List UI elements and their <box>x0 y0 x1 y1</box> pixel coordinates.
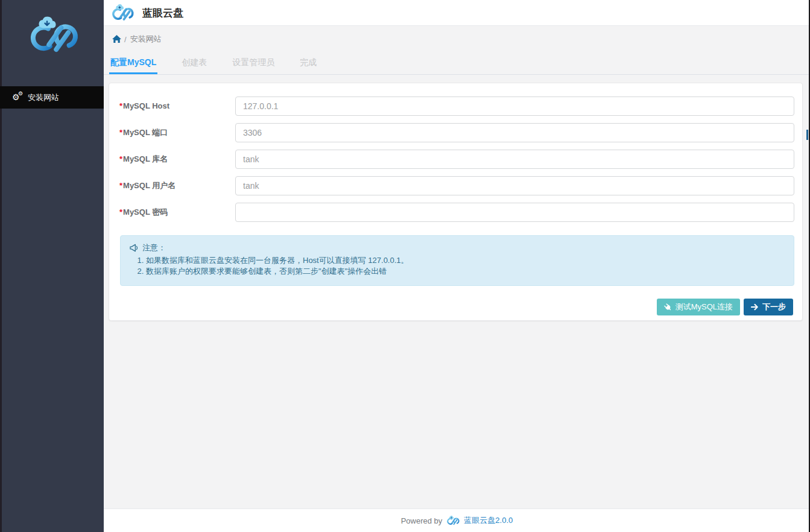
scrollbar-thumb[interactable] <box>806 130 808 140</box>
plug-icon <box>664 303 672 311</box>
tab-finish: 完成 <box>299 57 318 74</box>
mysql-database-input[interactable] <box>235 150 794 169</box>
app-window: ⚙⚙ 安装网站 蓝眼云盘 / 安装网站 配置MySQL 创建表 设置管理员 完成… <box>0 0 810 532</box>
field-label: *MySQL Host <box>119 97 231 116</box>
tab-configure-mysql[interactable]: 配置MySQL <box>109 57 157 74</box>
notice-title-row: 注意： <box>130 242 785 253</box>
required-mark: * <box>119 207 122 217</box>
infinity-cloud-logo <box>24 16 82 54</box>
required-mark: * <box>119 101 122 110</box>
required-mark: * <box>119 154 122 163</box>
app-title: 蓝眼云盘 <box>142 6 183 20</box>
sidebar: ⚙⚙ 安装网站 <box>0 0 104 532</box>
required-mark: * <box>119 128 122 137</box>
mysql-password-input[interactable] <box>235 203 794 222</box>
notice-list: 如果数据库和蓝眼云盘安装在同一台服务器，Host可以直接填写 127.0.0.1… <box>130 255 785 277</box>
form-row-host: *MySQL Host <box>109 97 802 116</box>
main-content: / 安装网站 配置MySQL 创建表 设置管理员 完成 *MySQL Host … <box>104 26 810 532</box>
powered-by-text: Powered by <box>401 516 443 525</box>
field-label: *MySQL 端口 <box>119 123 231 142</box>
form-row-password: *MySQL 密码 <box>109 203 802 222</box>
sidebar-item-label: 安装网站 <box>28 92 59 103</box>
sidebar-item-install-site[interactable]: ⚙⚙ 安装网站 <box>0 86 104 109</box>
infinity-cloud-logo <box>109 4 136 21</box>
breadcrumb: / 安装网站 <box>112 34 162 45</box>
notice-item: 数据库账户的权限要求要能够创建表，否则第二步"创建表"操作会出错 <box>146 266 785 277</box>
next-step-button[interactable]: 下一步 <box>744 299 793 315</box>
field-label: *MySQL 库名 <box>119 150 231 169</box>
mysql-host-input[interactable] <box>235 97 794 116</box>
cogs-icon: ⚙⚙ <box>12 93 24 103</box>
infinity-cloud-logo <box>445 516 461 525</box>
sidebar-edge-strip <box>0 0 2 532</box>
mysql-port-input[interactable] <box>235 123 794 142</box>
notice-title: 注意： <box>142 242 166 253</box>
form-row-port: *MySQL 端口 <box>109 123 802 142</box>
form-row-database: *MySQL 库名 <box>109 150 802 169</box>
notice-item: 如果数据库和蓝眼云盘安装在同一台服务器，Host可以直接填写 127.0.0.1… <box>146 255 785 266</box>
field-label: *MySQL 用户名 <box>119 176 231 195</box>
mysql-username-input[interactable] <box>235 176 794 195</box>
arrow-right-icon <box>751 303 759 311</box>
required-mark: * <box>119 181 122 190</box>
footer-version-link[interactable]: 蓝眼云盘2.0.0 <box>464 515 513 526</box>
mysql-config-card: *MySQL Host *MySQL 端口 *MySQL 库名 *MySQL 用… <box>109 83 803 321</box>
tab-create-tables: 创建表 <box>180 57 208 74</box>
breadcrumb-current: 安装网站 <box>130 34 162 45</box>
test-mysql-connection-button[interactable]: 测试MySQL连接 <box>657 299 740 315</box>
tab-set-admin: 设置管理员 <box>231 57 276 74</box>
notice-box: 注意： 如果数据库和蓝眼云盘安装在同一台服务器，Host可以直接填写 127.0… <box>120 235 794 286</box>
bullhorn-icon <box>130 244 139 252</box>
wizard-tabs: 配置MySQL 创建表 设置管理员 完成 <box>104 55 810 75</box>
field-label: *MySQL 密码 <box>119 203 231 222</box>
breadcrumb-separator: / <box>124 35 127 44</box>
card-actions: 测试MySQL连接 下一步 <box>657 299 793 315</box>
header: 蓝眼云盘 <box>104 0 810 26</box>
form-row-username: *MySQL 用户名 <box>109 176 802 195</box>
home-icon[interactable] <box>112 35 121 43</box>
footer: Powered by 蓝眼云盘2.0.0 <box>104 508 810 532</box>
